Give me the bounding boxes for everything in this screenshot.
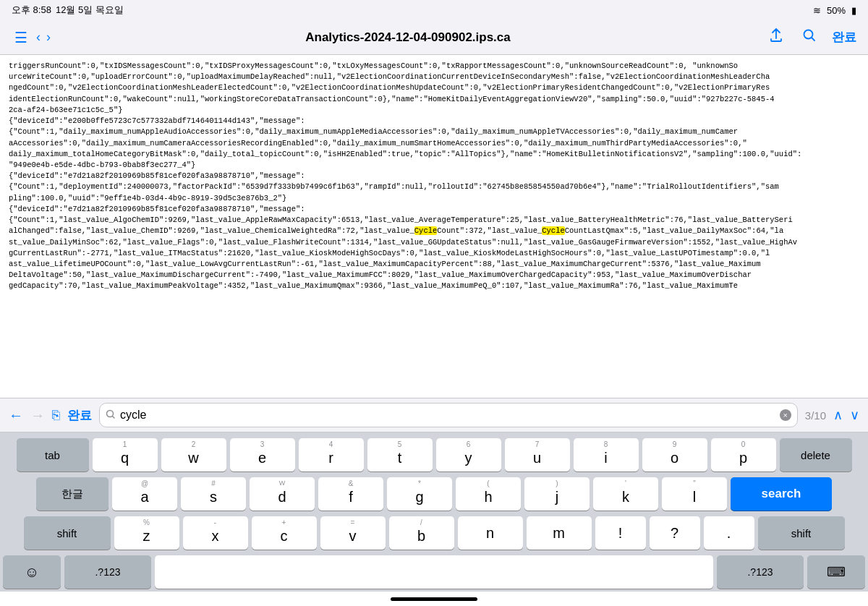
back-button[interactable]: ‹ [36,30,41,45]
status-bar: 오후 8:58 12월 5일 목요일 ≋ 50% ▮ [0,0,868,20]
key-y[interactable]: 6y [436,438,501,471]
key-delete[interactable]: delete [780,438,852,471]
keyboard: tab 1q 2w 3e 4r 5t 6y 7u 8i 9o 0p [0,432,868,592]
key-b[interactable]: /b [389,516,454,550]
search-icon [106,409,116,422]
forward-button[interactable]: › [46,30,51,45]
key-hangul[interactable]: 한글 [36,477,109,511]
content-area: triggersRunCount":0,"txIDSMessagesCount"… [0,55,868,398]
key-k[interactable]: 'k [593,477,658,511]
key-shift-left[interactable]: shift [24,516,111,550]
wifi-icon: ≋ [813,5,821,16]
key-e[interactable]: 3e [230,438,295,471]
keyboard-row-4: ☺ .?123 .?123 ⌨ [3,555,865,589]
key-s[interactable]: #s [181,477,246,511]
status-time: 오후 8:58 [12,4,51,17]
nav-right: 완료 [765,26,856,49]
key-tab[interactable]: tab [17,438,89,471]
search-forward-button[interactable]: → [30,407,45,424]
key-shift-right[interactable]: shift [758,516,845,550]
page-title: Analytics-2024-12-04-090902.ips.ca [59,30,757,45]
key-r[interactable]: 4r [299,438,364,471]
search-down-button[interactable]: ∨ [850,407,859,423]
battery-icon: ▮ [851,5,856,16]
nav-left: ☰ ‹ › [12,27,51,48]
key-x[interactable]: -x [183,516,248,550]
key-keyboard-hide[interactable]: ⌨ [807,555,865,589]
keyboard-row-1: tab 1q 2w 3e 4r 5t 6y 7u 8i 9o 0p [3,438,865,471]
keyboard-row-3: shift %z -x +c =v /b n m ! ? . [3,516,865,550]
key-f[interactable]: &f [318,477,383,511]
key-emoji[interactable]: ☺ [3,555,61,589]
key-w[interactable]: 2w [161,438,226,471]
key-p[interactable]: 0p [711,438,776,471]
key-c[interactable]: +c [252,516,317,550]
key-z[interactable]: %z [114,516,179,550]
status-left: 오후 8:58 12월 5일 목요일 [12,4,124,17]
nav-bar: ☰ ‹ › Analytics-2024-12-04-090902.ips.ca… [0,20,868,55]
key-i[interactable]: 8i [574,438,639,471]
key-q[interactable]: 1q [93,438,158,471]
key-punct-right[interactable]: .?123 [717,555,804,589]
content-text: triggersRunCount":0,"txIDSMessagesCount"… [9,61,859,292]
search-bar: ← → ⎘ 완료 × 3/10 ∧ ∨ [0,398,868,432]
key-l[interactable]: "l [662,477,727,511]
search-count: 3/10 [805,409,826,422]
done-button[interactable]: 완료 [832,29,856,46]
search-back-button[interactable]: ← [9,407,23,424]
search-input-wrapper: × [99,403,798,427]
key-question[interactable]: ? [650,516,700,550]
search-done-button[interactable]: 완료 [67,407,92,424]
key-d[interactable]: Wd [250,477,315,511]
key-v[interactable]: =v [320,516,386,550]
key-period[interactable]: . [704,516,754,550]
key-space[interactable] [155,555,713,589]
search-up-button[interactable]: ∧ [833,407,843,423]
search-button[interactable] [799,26,820,49]
key-o[interactable]: 9o [642,438,707,471]
copy-button[interactable]: ⎘ [52,408,60,423]
share-button[interactable] [765,26,787,49]
key-n[interactable]: n [458,516,523,550]
key-punct-left[interactable]: .?123 [64,555,151,589]
status-right: ≋ 50% ▮ [813,5,856,16]
key-exclamation[interactable]: ! [595,516,646,550]
key-g[interactable]: *g [387,477,452,511]
search-input[interactable] [120,409,775,422]
battery-pct: 50% [827,5,846,16]
key-search[interactable]: search [731,477,832,511]
sidebar-button[interactable]: ☰ [12,27,30,48]
key-m[interactable]: m [527,516,592,550]
key-j[interactable]: )j [524,477,590,511]
key-t[interactable]: 5t [367,438,433,471]
search-clear-button[interactable]: × [780,409,791,421]
home-indicator [0,592,868,606]
status-date: 12월 5일 목요일 [56,4,124,17]
key-h[interactable]: (h [456,477,521,511]
keyboard-row-2: 한글 @a #s Wd &f *g (h )j 'k "l search [3,477,865,511]
key-a[interactable]: @a [112,477,177,511]
home-bar [391,597,477,601]
key-u[interactable]: 7u [505,438,570,471]
